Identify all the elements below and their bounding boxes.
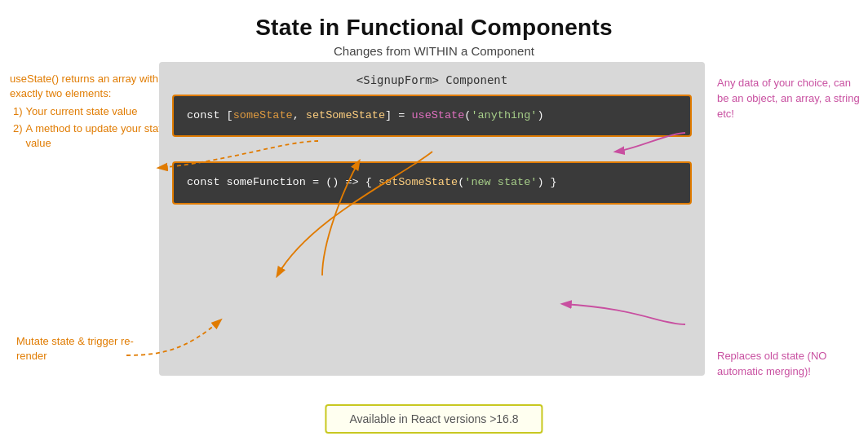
diagram-box: <SignupForm> Component const [someState,… <box>159 62 705 376</box>
code-const-1: const [ <box>187 109 233 121</box>
code-set-some-state-2: setSomeState <box>379 176 458 188</box>
code-const-2: const someFunction = () => { <box>187 176 379 188</box>
code-block-bottom: const someFunction = () => { setSomeStat… <box>172 161 692 204</box>
right-annotation-top: Any data of your choice, can be an objec… <box>717 76 860 122</box>
page-title: State in Functional Components <box>0 0 868 41</box>
right-annotation-bottom: Replaces old state (NO automatic merging… <box>717 349 860 380</box>
code-bracket: ] = <box>385 109 411 121</box>
component-label: <SignupForm> Component <box>172 73 692 86</box>
list-text-1: Your current state value <box>26 104 138 119</box>
list-text-2: A method to update your state value <box>26 121 169 151</box>
left-annotation-intro: useState() returns an array with exactly… <box>10 73 158 99</box>
list-number-1: 1) <box>13 104 23 119</box>
right-bottom-text: Replaces old state (NO automatic merging… <box>717 350 826 377</box>
code-paren-close-2: ) } <box>537 176 556 188</box>
code-use-state: useState <box>411 109 464 121</box>
info-box: Available in React versions >16.8 <box>325 404 542 434</box>
numbered-list: 1) Your current state value 2) A method … <box>10 104 169 151</box>
code-comma: , <box>293 109 306 121</box>
code-set-some-state: setSomeState <box>306 109 385 121</box>
list-item-2: 2) A method to update your state value <box>13 121 169 151</box>
code-some-state: someState <box>233 109 293 121</box>
code-anything: 'anything' <box>471 109 537 121</box>
list-item-1: 1) Your current state value <box>13 104 169 119</box>
info-box-text: Available in React versions >16.8 <box>349 412 518 425</box>
right-top-text: Any data of your choice, can be an objec… <box>717 77 860 120</box>
left-annotation: useState() returns an array with exactly… <box>10 72 169 152</box>
bottom-left-annotation: Mutate state & trigger re-render <box>16 334 135 363</box>
code-block-top: const [someState, setSomeState] = useSta… <box>172 95 692 137</box>
code-paren-close: ) <box>537 109 543 121</box>
list-number-2: 2) <box>13 121 23 151</box>
bottom-left-text: Mutate state & trigger re-render <box>16 335 134 362</box>
main-content: useState() returns an array with exactly… <box>0 55 868 445</box>
code-new-state: 'new state' <box>464 176 537 188</box>
